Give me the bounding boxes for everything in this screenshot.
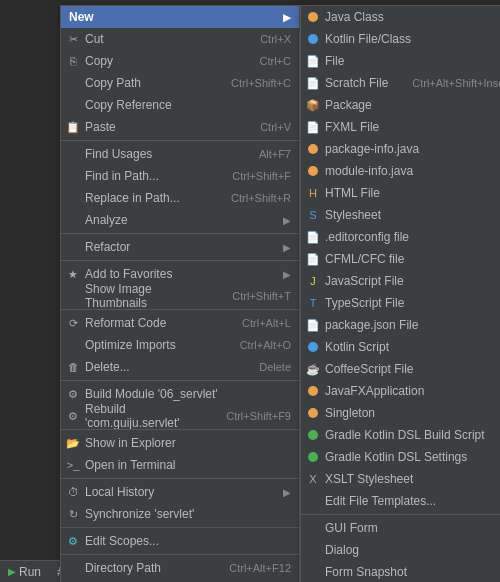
js-icon: J bbox=[305, 273, 321, 289]
menu-right-typescript[interactable]: T TypeScript File bbox=[301, 292, 500, 314]
menu-item-paste[interactable]: 📋 Paste Ctrl+V bbox=[61, 116, 299, 138]
run-icon: ▶ bbox=[8, 566, 16, 577]
optimize-icon bbox=[65, 337, 81, 353]
taskbar-run[interactable]: ▶ Run bbox=[0, 561, 49, 582]
terminal-icon: >_ bbox=[65, 457, 81, 473]
sync-icon: ↻ bbox=[65, 506, 81, 522]
menu-right-scratch-file[interactable]: 📄 Scratch File Ctrl+Alt+Shift+Insert bbox=[301, 72, 500, 94]
find-usages-icon bbox=[65, 146, 81, 162]
gui-form-icon bbox=[305, 520, 321, 536]
menu-header-arrow: ▶ bbox=[283, 12, 291, 23]
menu-header: New ▶ bbox=[61, 6, 299, 28]
separator-8 bbox=[61, 527, 299, 528]
menu-item-copy-path[interactable]: Copy Path Ctrl+Shift+C bbox=[61, 72, 299, 94]
thumbnails-icon bbox=[65, 288, 81, 304]
menu-item-copy-reference[interactable]: Copy Reference bbox=[61, 94, 299, 116]
editorconfig-icon: 📄 bbox=[305, 229, 321, 245]
separator-1 bbox=[61, 140, 299, 141]
gradle-kotlin-dsl-icon bbox=[305, 427, 321, 443]
menu-right-cfml[interactable]: 📄 CFML/CFC file bbox=[301, 248, 500, 270]
menu-right-gradle-kotlin-dsl[interactable]: Gradle Kotlin DSL Build Script bbox=[301, 424, 500, 446]
menu-item-show-thumbnails[interactable]: Show Image Thumbnails Ctrl+Shift+T bbox=[61, 285, 299, 307]
menu-right-package-info[interactable]: package-info.java bbox=[301, 138, 500, 160]
analyze-icon bbox=[65, 212, 81, 228]
separator-3 bbox=[61, 260, 299, 261]
menu-item-edit-scopes[interactable]: ⚙ Edit Scopes... bbox=[61, 530, 299, 552]
explorer-icon: 📂 bbox=[65, 435, 81, 451]
edit-templates-icon bbox=[305, 493, 321, 509]
package-json-icon: 📄 bbox=[305, 317, 321, 333]
gradle-kotlin-settings-icon bbox=[305, 449, 321, 465]
menu-right-javascript[interactable]: J JavaScript File bbox=[301, 270, 500, 292]
singleton-icon bbox=[305, 405, 321, 421]
gear-icon: ⚙ bbox=[65, 533, 81, 549]
reformat-icon: ⟳ bbox=[65, 315, 81, 331]
menu-right-javafx[interactable]: JavaFXApplication bbox=[301, 380, 500, 402]
menu-right-fxml[interactable]: 📄 FXML File bbox=[301, 116, 500, 138]
rebuild-icon: ⚙ bbox=[65, 408, 81, 424]
find-path-icon bbox=[65, 168, 81, 184]
menu-right-editorconfig[interactable]: 📄 .editorconfig file bbox=[301, 226, 500, 248]
menu-right-stylesheet[interactable]: S Stylesheet bbox=[301, 204, 500, 226]
refactor-icon bbox=[65, 239, 81, 255]
menu-right-package[interactable]: 📦 Package bbox=[301, 94, 500, 116]
paste-icon: 📋 bbox=[65, 119, 81, 135]
menu-right-edit-templates[interactable]: Edit File Templates... bbox=[301, 490, 500, 512]
menu-item-open-terminal[interactable]: >_ Open in Terminal bbox=[61, 454, 299, 476]
package-icon: 📦 bbox=[305, 97, 321, 113]
separator-4 bbox=[61, 309, 299, 310]
javafx-icon bbox=[305, 383, 321, 399]
menu-right-java-class[interactable]: Java Class bbox=[301, 6, 500, 28]
menu-right-module-info[interactable]: module-info.java bbox=[301, 160, 500, 182]
menu-item-optimize-imports[interactable]: Optimize Imports Ctrl+Alt+O bbox=[61, 334, 299, 356]
html-icon: H bbox=[305, 185, 321, 201]
menu-right-coffeescript[interactable]: ☕ CoffeeScript File bbox=[301, 358, 500, 380]
separator-7 bbox=[61, 478, 299, 479]
form-snapshot-icon bbox=[305, 564, 321, 580]
menu-item-delete[interactable]: 🗑 Delete... Delete bbox=[61, 356, 299, 378]
separator-2 bbox=[61, 233, 299, 234]
package-info-icon bbox=[305, 141, 321, 157]
menu-item-refactor[interactable]: Refactor ▶ bbox=[61, 236, 299, 258]
menu-right-kotlin-file[interactable]: Kotlin File/Class bbox=[301, 28, 500, 50]
delete-icon: 🗑 bbox=[65, 359, 81, 375]
copy-path-icon bbox=[65, 75, 81, 91]
menu-item-local-history[interactable]: ⏱ Local History ▶ bbox=[61, 481, 299, 503]
menu-item-cut[interactable]: ✂ Cut Ctrl+X bbox=[61, 28, 299, 50]
menu-right-dialog[interactable]: Dialog bbox=[301, 539, 500, 561]
dir-path-icon bbox=[65, 560, 81, 576]
menu-item-rebuild[interactable]: ⚙ Rebuild 'com.guiju.servlet' Ctrl+Shift… bbox=[61, 405, 299, 427]
right-separator-1 bbox=[301, 514, 500, 515]
menu-item-reformat[interactable]: ⟳ Reformat Code Ctrl+Alt+L bbox=[61, 312, 299, 334]
menu-item-find-in-path[interactable]: Find in Path... Ctrl+Shift+F bbox=[61, 165, 299, 187]
kotlin-script-icon bbox=[305, 339, 321, 355]
menu-item-find-usages[interactable]: Find Usages Alt+F7 bbox=[61, 143, 299, 165]
menu-item-copy[interactable]: ⎘ Copy Ctrl+C bbox=[61, 50, 299, 72]
menu-right-xslt[interactable]: X XSLT Stylesheet bbox=[301, 468, 500, 490]
menu-right-gradle-kotlin-settings[interactable]: Gradle Kotlin DSL Settings bbox=[301, 446, 500, 468]
menu-header-label: New bbox=[69, 10, 94, 24]
copy-ref-icon bbox=[65, 97, 81, 113]
menu-right-file[interactable]: 📄 File bbox=[301, 50, 500, 72]
menu-right-gui-form[interactable]: GUI Form bbox=[301, 517, 500, 539]
scissors-icon: ✂ bbox=[65, 31, 81, 47]
menu-right-kotlin-script[interactable]: Kotlin Script bbox=[301, 336, 500, 358]
history-icon: ⏱ bbox=[65, 484, 81, 500]
separator-5 bbox=[61, 380, 299, 381]
menu-item-directory-path[interactable]: Directory Path Ctrl+Alt+F12 bbox=[61, 557, 299, 579]
menu-item-replace-in-path[interactable]: Replace in Path... Ctrl+Shift+R bbox=[61, 187, 299, 209]
menu-right-singleton[interactable]: Singleton bbox=[301, 402, 500, 424]
menu-right-html[interactable]: H HTML File bbox=[301, 182, 500, 204]
java-class-icon bbox=[305, 9, 321, 25]
copy-icon: ⎘ bbox=[65, 53, 81, 69]
menu-right-package-json[interactable]: 📄 package.json File bbox=[301, 314, 500, 336]
menu-right-form-snapshot[interactable]: Form Snapshot bbox=[301, 561, 500, 582]
menu-item-synchronize[interactable]: ↻ Synchronize 'servlet' bbox=[61, 503, 299, 525]
coffeescript-icon: ☕ bbox=[305, 361, 321, 377]
file-icon: 📄 bbox=[305, 53, 321, 69]
cfml-icon: 📄 bbox=[305, 251, 321, 267]
separator-9 bbox=[61, 554, 299, 555]
replace-path-icon bbox=[65, 190, 81, 206]
menu-item-show-explorer[interactable]: 📂 Show in Explorer bbox=[61, 432, 299, 454]
menu-item-analyze[interactable]: Analyze ▶ bbox=[61, 209, 299, 231]
